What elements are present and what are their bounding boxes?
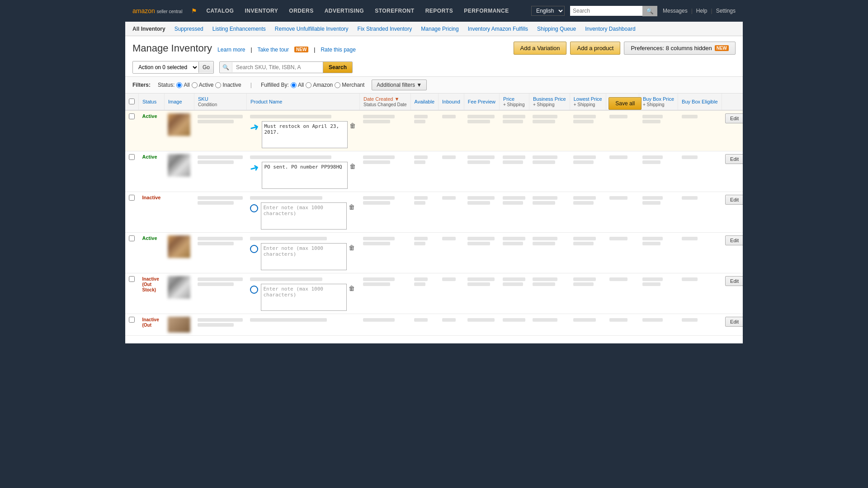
status-date-value	[363, 120, 390, 123]
delete-note-icon-4[interactable]: 🗑	[349, 244, 355, 251]
logo: amazon seller central	[132, 7, 182, 14]
subnav-all-inventory[interactable]: All Inventory	[132, 26, 165, 32]
th-fee-preview[interactable]: Fee Preview	[464, 94, 499, 110]
top-search-input[interactable]	[570, 6, 642, 16]
note-textarea-4[interactable]	[261, 243, 347, 270]
row-edit-cell: Edit ▼	[722, 110, 743, 151]
edit-button[interactable]: Edit	[725, 235, 743, 245]
help-link[interactable]: Help	[696, 8, 708, 14]
delete-note-icon-1[interactable]: 🗑	[349, 122, 356, 129]
take-tour-link[interactable]: Take the tour	[258, 47, 289, 53]
row-checkbox[interactable]	[129, 235, 135, 241]
nav-storefront[interactable]: STOREFRONT	[375, 8, 414, 14]
status-all-radio[interactable]	[176, 82, 182, 88]
note-textarea-3[interactable]	[261, 202, 347, 230]
nav-performance[interactable]: PERFORMANCE	[464, 8, 509, 14]
fulfilled-all-radio-label[interactable]: All	[291, 82, 304, 88]
th-business-price[interactable]: Business Price + Shipping	[529, 94, 570, 110]
th-lowest-price[interactable]: Lowest Price + Shipping	[570, 94, 606, 110]
learn-more-link[interactable]: Learn more	[217, 47, 245, 53]
fulfilled-merchant-radio-label[interactable]: Merchant	[335, 82, 364, 88]
row-checkbox-cell[interactable]	[125, 110, 139, 151]
status-inactive-radio-label[interactable]: Inactive	[215, 82, 241, 88]
th-buy-box-eligible[interactable]: Buy Box Eligible	[678, 94, 722, 110]
action-go-button[interactable]: Go	[198, 62, 213, 73]
add-product-button[interactable]: Add a product	[570, 42, 620, 55]
note-textarea-5[interactable]	[261, 284, 347, 311]
note-textarea-2[interactable]: PO sent. PO number PP998HQ	[262, 162, 348, 189]
th-product-name[interactable]: Product Name	[246, 94, 359, 110]
subnav-remove-unfulfillable[interactable]: Remove Unfulfillable Inventory	[275, 26, 349, 32]
th-inbound[interactable]: Inbound	[439, 94, 464, 110]
save-all-button[interactable]: Save all	[609, 97, 642, 110]
fulfilled-amazon-radio-label[interactable]: Amazon	[306, 82, 333, 88]
row-checkbox[interactable]	[129, 317, 135, 323]
row-product-name-cell: ➜ Must restock on April 23, 2017. 🗑	[246, 110, 359, 151]
th-status[interactable]: Status	[139, 94, 165, 110]
th-select-all[interactable]	[125, 94, 139, 110]
subnav-listing-enhancements[interactable]: Listing Enhancements	[212, 26, 266, 32]
th-date-created[interactable]: Date Created ▼ Status Changed Date	[359, 94, 410, 110]
subnav-shipping-queue[interactable]: Shipping Queue	[537, 26, 576, 32]
status-active-radio-label[interactable]: Active	[192, 82, 214, 88]
th-sku[interactable]: SKU Condition	[194, 94, 246, 110]
nav-catalog[interactable]: CATALOG	[206, 8, 234, 14]
nav-inventory[interactable]: INVENTORY	[245, 8, 278, 14]
fulfilled-amazon-radio[interactable]	[306, 82, 311, 88]
inventory-search-input[interactable]	[232, 62, 323, 73]
status-active-radio[interactable]	[192, 82, 198, 88]
nav-advertising[interactable]: ADVERTISING	[325, 8, 364, 14]
subnav-fix-stranded[interactable]: Fix Stranded Inventory	[358, 26, 412, 32]
nav-orders[interactable]: ORDERS	[289, 8, 313, 14]
status-filter-label: Status:	[158, 82, 175, 88]
select-all-checkbox[interactable]	[129, 99, 135, 104]
settings-link[interactable]: Settings	[716, 8, 736, 14]
note-textarea-1[interactable]: Must restock on April 23, 2017.	[262, 121, 348, 148]
delete-note-icon-3[interactable]: 🗑	[349, 203, 355, 211]
language-selector[interactable]: English	[531, 6, 565, 16]
date-value	[363, 115, 395, 118]
inventory-search-button[interactable]: Search	[323, 62, 352, 73]
row-checkbox[interactable]	[129, 276, 135, 282]
edit-button[interactable]: Edit	[725, 113, 743, 123]
preferences-button[interactable]: Preferences: 8 columns hidden NEW	[624, 42, 736, 55]
status-all-radio-label[interactable]: All	[176, 82, 189, 88]
messages-link[interactable]: Messages	[663, 8, 688, 14]
delete-note-icon-2[interactable]: 🗑	[349, 163, 356, 170]
edit-button[interactable]: Edit	[725, 154, 743, 164]
fulfilled-merchant-radio[interactable]	[335, 82, 340, 88]
row-checkbox[interactable]	[129, 195, 135, 201]
edit-button[interactable]: Edit	[725, 317, 743, 327]
status-inactive-radio[interactable]	[215, 82, 221, 88]
subnav-inventory-dashboard[interactable]: Inventory Dashboard	[585, 26, 635, 32]
product-image	[168, 317, 190, 333]
nav-reports[interactable]: REPORTS	[425, 8, 453, 14]
additional-filters-button[interactable]: Additional filters ▼	[372, 80, 427, 90]
row-lowest-cell	[570, 110, 606, 151]
action-selector[interactable]: Action on 0 selected Go	[132, 61, 214, 74]
subnav-inventory-amazon[interactable]: Inventory Amazon Fulfills	[468, 26, 528, 32]
row-checkbox[interactable]	[129, 113, 135, 119]
edit-button[interactable]: Edit	[725, 195, 743, 205]
th-buy-box-price[interactable]: Buy Box Price + Shipping Save all	[639, 94, 678, 110]
add-variation-button[interactable]: Add a Variation	[514, 42, 567, 55]
action-select[interactable]: Action on 0 selected	[133, 61, 198, 73]
subnav-manage-pricing[interactable]: Manage Pricing	[421, 26, 458, 32]
th-available[interactable]: Available	[410, 94, 438, 110]
page-header: Manage Inventory Learn more | Take the t…	[125, 36, 743, 58]
business-price-label: Business Price	[533, 96, 566, 102]
row-image-cell	[164, 110, 194, 151]
edit-button[interactable]: Edit	[725, 276, 743, 286]
row-checkbox[interactable]	[129, 154, 135, 160]
delete-note-icon-5[interactable]: 🗑	[349, 285, 355, 292]
product-image	[168, 195, 190, 217]
top-search-button[interactable]: 🔍	[642, 6, 657, 16]
flag-icon: ⚑	[191, 7, 197, 14]
buy-box-price-label: Buy Box Price	[643, 96, 674, 102]
rate-page-link[interactable]: Rate this page	[321, 47, 355, 53]
fulfilled-all-radio[interactable]	[291, 82, 297, 88]
th-price[interactable]: Price + Shipping	[499, 94, 529, 110]
business-price-sub: + Shipping	[533, 102, 555, 107]
filters-bar: Filters: Status: All Active Inactive | F…	[125, 77, 743, 94]
subnav-suppressed[interactable]: Suppressed	[175, 26, 203, 32]
